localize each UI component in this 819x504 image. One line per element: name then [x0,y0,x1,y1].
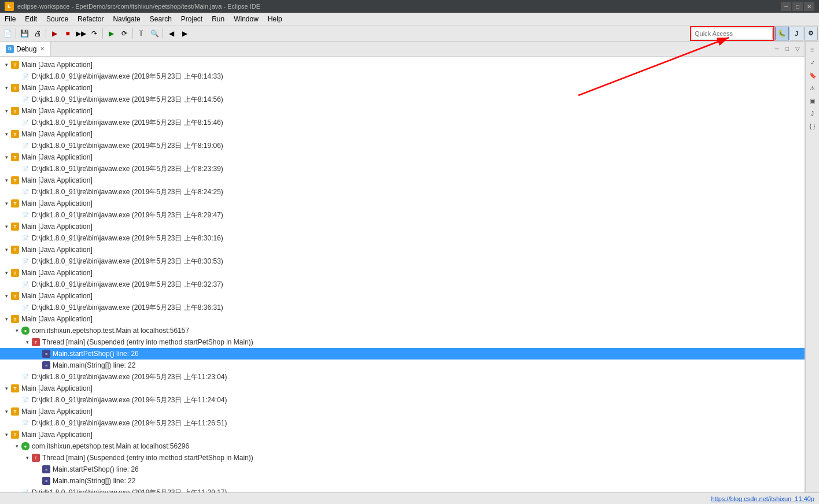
tree-item[interactable]: ▾TMain [Java Application] [0,128,805,140]
tree-item[interactable]: ▾TMain [Java Application] [0,221,805,232]
tree-item[interactable]: ▾TMain [Java Application] [0,105,805,117]
toolbar-sep-1 [16,28,16,39]
menu-run[interactable]: Run [207,13,229,25]
toolbar-step-button[interactable]: ↷ [88,27,101,40]
quick-access-area [690,26,774,41]
toolbar-save-button[interactable]: 💾 [18,27,31,40]
tree-item[interactable]: ≡Main.main(String[]) line: 22 [0,360,805,371]
menu-refactor[interactable]: Refactor [73,13,108,25]
tree-item[interactable]: ▾TMain [Java Application] [0,383,805,394]
tree-item[interactable]: 📄D:\jdk1.8.0_91\jre\bin\javaw.exe (2019年… [0,487,805,492]
toolbar-search-button[interactable]: 🔍 [148,27,161,40]
tree-item[interactable]: ▾TMain [Java Application] [0,406,805,417]
sidebar-javadoc-btn[interactable]: J [807,108,818,119]
tree-item[interactable]: 📄D:\jdk1.8.0_91\jre\bin\javaw.exe (2019年… [0,163,805,175]
sidebar-declaration-btn[interactable]: { } [807,120,818,132]
toolbar-print-button[interactable]: 🖨 [31,27,44,40]
tree-item-icon: 📄 [21,303,30,312]
tree-item[interactable]: ▾TThread [main] (Suspended (entry into m… [0,336,805,348]
tree-item[interactable]: ▾TMain [Java Application] [0,151,805,163]
menu-edit[interactable]: Edit [20,13,42,25]
tree-item-text: Main [Java Application] [21,199,93,207]
tree-item[interactable]: ▾●com.itshixun.epetshop.test.Main at loc… [0,325,805,336]
tree-item[interactable]: ▾TMain [Java Application] [0,267,805,279]
menu-project[interactable]: Project [176,13,207,25]
toolbar-resume-button[interactable]: ▶▶ [75,27,87,40]
toolbar-settings-button[interactable]: ⚙ [804,27,818,40]
maximize-view-button[interactable]: □ [783,45,792,54]
menu-window[interactable]: Window [229,13,263,25]
tree-item-text: D:\jdk1.8.0_91\jre\bin\javaw.exe (2019年5… [32,164,223,174]
expand-arrow-icon: ▾ [2,407,10,416]
tree-item[interactable]: ▾TMain [Java Application] [0,198,805,209]
tree-item-icon: 📄 [21,164,30,173]
tree-item[interactable]: ≡Main.main(String[]) line: 22 [0,475,805,487]
tree-item[interactable]: 📄D:\jdk1.8.0_91\jre\bin\javaw.exe (2019年… [0,417,805,429]
tree-item[interactable]: ▾TMain [Java Application] [0,244,805,255]
status-right-link[interactable]: https://blog.csdn.net/itshixun_11:40p [711,495,814,502]
sidebar-problems-btn[interactable]: ⚠ [807,82,818,94]
tree-item[interactable]: ▾●com.itshixun.epetshop.test.Main at loc… [0,440,805,452]
tree-item[interactable]: 📄D:\jdk1.8.0_91\jre\bin\javaw.exe (2019年… [0,232,805,244]
sidebar-outline-btn[interactable]: ≡ [807,44,818,55]
toolbar-debug-button[interactable]: ▶ [48,27,61,40]
tree-item-icon: T [10,83,20,92]
tree-item[interactable]: 📄D:\jdk1.8.0_91\jre\bin\javaw.exe (2019年… [0,302,805,313]
tree-item[interactable]: ≡Main.startPetShop() line: 26 [0,348,805,360]
toolbar-run-button[interactable]: ▶ [105,27,117,40]
toolbar-open-type-button[interactable]: T [135,27,147,40]
sidebar-tasks-btn[interactable]: ✓ [807,57,818,68]
sidebar-bookmarks-btn[interactable]: 🔖 [807,69,818,81]
tree-item[interactable]: ▾TMain [Java Application] [0,313,805,325]
toolbar-new-button[interactable]: 📄 [1,27,14,40]
expand-arrow-icon [13,118,21,127]
toolbar-next-button[interactable]: ▶ [178,27,191,40]
tree-item[interactable]: 📄D:\jdk1.8.0_91\jre\bin\javaw.exe (2019年… [0,117,805,128]
tree-item[interactable]: 📄D:\jdk1.8.0_91\jre\bin\javaw.exe (2019年… [0,209,805,221]
tree-item-icon: ≡ [42,361,51,370]
app-icon: E [5,2,14,11]
expand-arrow-icon [13,373,21,381]
tree-item-icon: T [10,291,20,301]
tree-item-text: D:\jdk1.8.0_91\jre\bin\javaw.exe (2019年5… [32,72,223,81]
view-menu-button[interactable]: ▽ [793,45,802,54]
toolbar-prev-button[interactable]: ◀ [165,27,178,40]
toolbar-stop-button[interactable]: ■ [61,27,74,40]
tree-item[interactable]: ≡Main.startPetShop() line: 26 [0,464,805,475]
quick-access-input[interactable] [692,28,773,39]
tree-item[interactable]: 📄D:\jdk1.8.0_91\jre\bin\javaw.exe (2019年… [0,71,805,82]
menu-help[interactable]: Help [263,13,287,25]
tree-item[interactable]: ▾TMain [Java Application] [0,82,805,94]
tree-item[interactable]: 📄D:\jdk1.8.0_91\jre\bin\javaw.exe (2019年… [0,394,805,406]
debug-tab[interactable]: D Debug ✕ [0,42,51,56]
tree-item[interactable]: ▾TMain [Java Application] [0,429,805,440]
tree-item-icon: 📄 [21,395,30,405]
close-button[interactable]: ✕ [804,2,814,11]
tree-item[interactable]: ▾TMain [Java Application] [0,175,805,186]
toolbar-runlast-button[interactable]: ⟳ [118,27,131,40]
sidebar-console-btn[interactable]: ▣ [807,95,818,106]
menu-search[interactable]: Search [145,13,176,25]
menu-file[interactable]: File [0,13,20,25]
tree-item[interactable]: 📄D:\jdk1.8.0_91\jre\bin\javaw.exe (2019年… [0,279,805,290]
maximize-button[interactable]: □ [792,2,803,11]
tree-item[interactable]: ▾TThread [main] (Suspended (entry into m… [0,452,805,464]
debug-tab-close[interactable]: ✕ [40,46,45,52]
tree-item-icon: T [10,60,20,69]
toolbar-java-perspective-button[interactable]: J [790,27,803,40]
tree-item-text: com.itshixun.epetshop.test.Main at local… [32,327,189,335]
tree-item[interactable]: 📄D:\jdk1.8.0_91\jre\bin\javaw.exe (2019年… [0,186,805,198]
minimize-view-button[interactable]: ─ [772,45,781,54]
toolbar-debug-perspective-button[interactable]: 🐛 [775,27,789,40]
tree-item[interactable]: ▾TMain [Java Application] [0,290,805,302]
menu-source[interactable]: Source [42,13,73,25]
tree-item[interactable]: ▾TMain [Java Application] [0,59,805,71]
menu-navigate[interactable]: Navigate [108,13,145,25]
tree-item[interactable]: 📄D:\jdk1.8.0_91\jre\bin\javaw.exe (2019年… [0,94,805,105]
tree-item-icon: 📄 [21,257,30,266]
tree-item[interactable]: 📄D:\jdk1.8.0_91\jre\bin\javaw.exe (2019年… [0,140,805,151]
minimize-button[interactable]: ─ [781,2,791,11]
tree-item[interactable]: 📄D:\jdk1.8.0_91\jre\bin\javaw.exe (2019年… [0,255,805,267]
tree-item-icon: T [10,430,20,439]
tree-item[interactable]: 📄D:\jdk1.8.0_91\jre\bin\javaw.exe (2019年… [0,371,805,383]
